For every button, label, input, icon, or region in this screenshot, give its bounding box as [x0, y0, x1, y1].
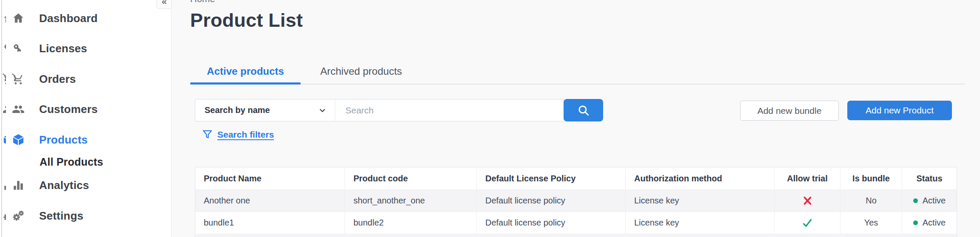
column-header-default-license-policy: Default License Policy	[477, 167, 626, 189]
column-header-product-name: Product Name	[195, 167, 345, 189]
search-filters-label: Search filters	[217, 130, 274, 140]
search-input[interactable]	[335, 99, 564, 121]
x-mark-icon	[802, 195, 813, 206]
cell-allow-trial	[775, 212, 840, 234]
status-label: Active	[923, 196, 946, 206]
cell-authorization-method: License key	[626, 190, 775, 212]
cell-allow-trial	[775, 190, 840, 212]
cell-product-name: bundle1	[195, 212, 345, 234]
bar-chart-icon	[12, 179, 25, 192]
add-new-bundle-button[interactable]: Add new bundle	[740, 101, 839, 121]
clipped-sidebar-rail	[0, 0, 6, 237]
cell-default-license-policy: Default license policy	[477, 190, 626, 212]
cell-default-license-policy: Default license policy	[477, 212, 626, 234]
breadcrumb[interactable]: Home	[190, 0, 215, 5]
sidebar-item-label: Orders	[39, 73, 76, 86]
table-row[interactable]: Another one short_another_one Default li…	[195, 189, 957, 212]
sidebar-item-label: Licenses	[39, 42, 87, 55]
search-button[interactable]	[564, 99, 603, 121]
sidebar-item-orders[interactable]: Orders	[12, 69, 76, 89]
sidebar-item-customers[interactable]: Customers	[12, 99, 98, 119]
page-title: Product List	[190, 9, 303, 31]
rail-divider	[1, 0, 2, 237]
sidebar-item-label: Customers	[39, 103, 98, 116]
users-icon	[12, 103, 25, 116]
collapse-chevrons-icon: «	[162, 0, 167, 6]
sidebar-item-all-products[interactable]: All Products	[40, 152, 103, 172]
sidebar-item-label: All Products	[40, 156, 103, 168]
add-new-product-button[interactable]: Add new Product	[847, 101, 952, 120]
tabs-divider	[190, 84, 965, 85]
gears-icon-fragment	[3, 209, 6, 222]
home-icon	[12, 12, 25, 25]
cell-status: Active	[902, 212, 957, 234]
status-label: Active	[923, 218, 946, 228]
column-header-authorization-method: Authorization method	[626, 167, 775, 189]
sidebar-item-label: Settings	[39, 209, 83, 223]
column-header-status: Status	[902, 167, 957, 189]
sidebar-item-settings[interactable]: Settings	[12, 206, 83, 226]
sidebar-item-label: Dashboard	[39, 12, 98, 25]
tab-active-products[interactable]: Active products	[190, 59, 301, 83]
cell-product-code: short_another_one	[345, 190, 477, 212]
column-header-product-code: Product code	[345, 167, 477, 189]
search-icon	[576, 103, 591, 118]
column-header-allow-trial: Allow trial	[775, 167, 840, 189]
sidebar-item-products[interactable]: Products	[12, 130, 88, 150]
gears-icon	[12, 209, 25, 222]
sidebar-item-label: Products	[39, 133, 88, 147]
users-icon-fragment	[3, 103, 6, 116]
cart-icon-fragment	[3, 73, 6, 85]
column-header-is-bundle: Is bundle	[840, 167, 902, 189]
search-filters-link[interactable]: Search filters	[202, 129, 274, 140]
cart-icon	[12, 73, 25, 85]
cell-authorization-method: License key	[626, 212, 775, 234]
cell-is-bundle: No	[840, 190, 902, 212]
sidebar-item-analytics[interactable]: Analytics	[12, 175, 89, 195]
bar-chart-icon-fragment	[3, 179, 6, 192]
tab-archived-products[interactable]: Archived products	[301, 59, 422, 83]
key-icon	[12, 42, 25, 55]
home-icon-fragment	[3, 12, 6, 25]
table-header-row: Product Name Product code Default Licens…	[195, 167, 957, 189]
check-mark-icon	[801, 217, 813, 229]
filter-funnel-icon	[202, 129, 213, 140]
key-icon-fragment	[3, 42, 6, 55]
active-tab-indicator	[190, 82, 301, 85]
cell-status: Active	[902, 190, 957, 212]
cell-is-bundle: Yes	[840, 212, 902, 234]
cube-icon	[12, 133, 25, 146]
sidebar-item-licenses[interactable]: Licenses	[12, 39, 87, 58]
status-dot	[913, 198, 918, 203]
cell-product-name: Another one	[195, 190, 345, 212]
sidebar-item-dashboard[interactable]: Dashboard	[12, 8, 98, 28]
table-row[interactable]: bundle1 bundle2 Default license policy L…	[195, 212, 957, 234]
app-window: « Dashboard Licenses Orders Customers Pr…	[0, 0, 980, 237]
chevron-down-icon	[318, 106, 327, 115]
status-dot	[913, 220, 918, 225]
sidebar-item-label: Analytics	[39, 179, 89, 192]
sidebar-collapse-button[interactable]: «	[157, 0, 172, 8]
sidebar: « Dashboard Licenses Orders Customers Pr…	[0, 0, 171, 237]
cube-icon-fragment	[3, 133, 6, 146]
search-field-select[interactable]: Search by name	[195, 99, 335, 121]
products-table: Product Name Product code Default Licens…	[195, 167, 957, 237]
cell-product-code: bundle2	[345, 212, 477, 234]
table-row-partial[interactable]	[195, 234, 957, 237]
search-field-select-value: Search by name	[205, 105, 318, 115]
